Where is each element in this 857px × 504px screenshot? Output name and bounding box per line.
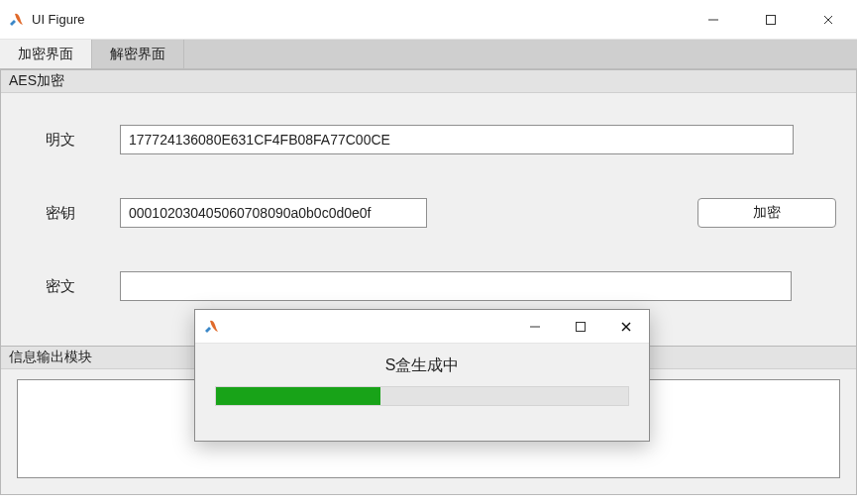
aes-panel-title: AES加密	[1, 70, 856, 93]
plaintext-input[interactable]	[120, 125, 794, 154]
encrypt-button-label: 加密	[753, 204, 781, 222]
dialog-close-button[interactable]	[603, 310, 649, 343]
dialog-minimize-button[interactable]	[512, 310, 558, 343]
progress-bar-track	[215, 386, 629, 406]
matlab-icon	[8, 12, 24, 28]
minimize-button[interactable]	[685, 0, 742, 39]
tab-encrypt-label: 加密界面	[18, 46, 73, 63]
aes-panel-body: 明文 密钥 加密 密文	[1, 93, 856, 311]
ciphertext-label: 密文	[21, 277, 100, 296]
progress-bar-fill	[216, 387, 380, 405]
row-ciphertext: 密文	[21, 271, 836, 301]
dialog-titlebar	[195, 310, 649, 344]
close-button[interactable]	[800, 0, 857, 39]
encrypt-button[interactable]: 加密	[697, 198, 836, 228]
dialog-maximize-button[interactable]	[558, 310, 603, 343]
svg-marker-0	[10, 20, 16, 26]
matlab-icon	[203, 319, 219, 335]
progress-message: S盒生成中	[215, 355, 629, 376]
tab-decrypt-label: 解密界面	[110, 46, 165, 63]
progress-dialog: S盒生成中	[194, 309, 650, 442]
plaintext-label: 明文	[21, 131, 100, 150]
key-input[interactable]	[120, 198, 427, 228]
dialog-window-controls	[512, 310, 649, 343]
ciphertext-input[interactable]	[120, 271, 792, 301]
row-plaintext: 明文	[21, 125, 836, 154]
svg-rect-7	[577, 322, 586, 331]
window-titlebar: UI Figure	[0, 0, 857, 40]
row-key: 密钥 加密	[21, 198, 836, 228]
tab-decrypt[interactable]: 解密界面	[92, 40, 184, 68]
aes-panel: AES加密 明文 密钥 加密 密文	[0, 69, 857, 347]
key-label: 密钥	[21, 204, 100, 223]
tab-encrypt[interactable]: 加密界面	[0, 40, 92, 68]
dialog-body: S盒生成中	[195, 344, 649, 420]
tab-bar: 加密界面 解密界面	[0, 40, 857, 69]
window-controls	[685, 0, 857, 39]
svg-marker-5	[205, 327, 211, 333]
maximize-button[interactable]	[742, 0, 800, 39]
window-title: UI Figure	[32, 12, 84, 27]
svg-rect-2	[767, 15, 776, 24]
